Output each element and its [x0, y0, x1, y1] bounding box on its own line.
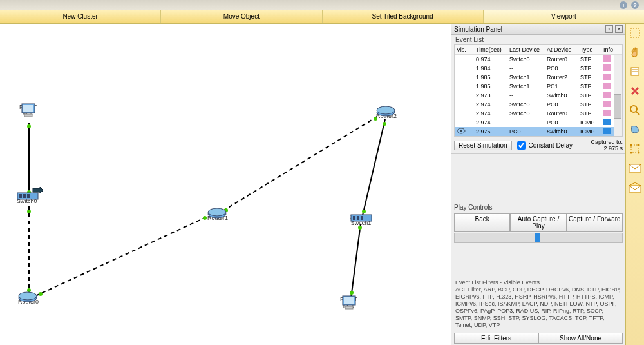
new-cluster-button[interactable]: New Cluster [0, 10, 161, 23]
svg-line-35 [636, 112, 639, 115]
title-bar: i ? [0, 0, 644, 10]
svg-line-5 [351, 224, 361, 298]
simulation-panel: Simulation Panel ▫ × Event List Vis. Tim… [451, 24, 625, 345]
set-tiled-background-button[interactable]: Set Tiled Background [323, 10, 484, 23]
reset-simulation-button[interactable]: Reset Simulation [454, 141, 512, 150]
svg-rect-12 [27, 194, 30, 198]
device-router2[interactable]: 1841Router2 [376, 105, 397, 119]
hand-tool-icon[interactable] [629, 46, 641, 59]
delete-tool-icon[interactable] [629, 84, 641, 97]
simulation-panel-title: Simulation Panel [454, 26, 502, 33]
svg-point-39 [630, 152, 632, 154]
svg-point-40 [638, 152, 640, 154]
play-speed-slider[interactable] [454, 233, 623, 243]
show-all-none-button[interactable]: Show All/None [538, 333, 623, 344]
zoom-tool-icon[interactable] [629, 104, 641, 117]
svg-rect-25 [345, 306, 353, 309]
svg-line-3 [223, 114, 381, 211]
svg-point-38 [638, 144, 640, 146]
event-list-label: Event List [451, 35, 625, 44]
svg-point-27 [460, 130, 462, 132]
event-row[interactable]: 2.974Switch0PC0STP [455, 100, 622, 109]
device-pc1[interactable]: PC-PTPC1 [340, 295, 357, 309]
event-list-scrollbar[interactable] [614, 55, 622, 136]
svg-rect-10 [19, 194, 22, 198]
event-row[interactable]: 1.984--PC0STP [455, 64, 622, 73]
event-row[interactable]: 1.985Switch1PC1STP [455, 82, 622, 91]
main-toolbar: New Cluster Move Object Set Tiled Backgr… [0, 10, 644, 24]
svg-rect-24 [344, 297, 354, 304]
svg-rect-36 [631, 145, 639, 153]
captured-to-display: Captured to:2.975 s [591, 139, 623, 152]
svg-line-4 [363, 119, 385, 215]
svg-point-37 [630, 144, 632, 146]
envelope-open-icon[interactable] [629, 181, 641, 194]
svg-rect-22 [361, 216, 363, 220]
event-row[interactable]: 2.973--Switch0STP [455, 91, 622, 100]
device-router1[interactable]: 1841Router1 [207, 207, 228, 221]
auto-capture-play-button[interactable]: Auto Capture / Play [510, 213, 566, 232]
svg-rect-20 [353, 216, 355, 220]
svg-rect-7 [23, 105, 33, 112]
resize-tool-icon[interactable] [629, 143, 641, 155]
play-controls-label: Play Controls [454, 202, 623, 212]
shape-tool-icon[interactable] [629, 123, 641, 136]
panel-close-icon[interactable]: × [615, 25, 623, 33]
svg-point-18 [377, 106, 395, 114]
event-row[interactable]: 1.985Switch1Router2STP [455, 73, 622, 82]
viewport-button[interactable]: Viewport [484, 10, 644, 23]
device-router0[interactable]: 1841Router0 [18, 291, 39, 305]
event-row[interactable]: 2.974Switch0Router0STP [455, 109, 622, 118]
svg-rect-11 [23, 194, 26, 198]
device-pc0[interactable]: PC-PTPC0 [19, 103, 37, 117]
svg-point-34 [630, 106, 637, 112]
event-row[interactable]: 2.974--PC0ICMP [455, 118, 622, 127]
constant-delay-checkbox[interactable] [517, 141, 526, 150]
select-tool-icon[interactable] [629, 26, 641, 39]
info-icon[interactable]: i [620, 1, 627, 9]
event-filters-label: Event List Filters - Visible Events [455, 279, 621, 286]
help-icon[interactable]: ? [631, 1, 639, 9]
svg-rect-8 [24, 114, 32, 117]
move-object-button[interactable]: Move Object [161, 10, 322, 23]
event-filters-list: ACL Filter, ARP, BGP, CDP, DHCP, DHCPv6,… [455, 286, 621, 329]
svg-point-16 [208, 208, 226, 216]
note-tool-icon[interactable] [629, 65, 641, 78]
device-switch1[interactable]: 2950-24Switch1 [350, 212, 372, 226]
event-list-table[interactable]: Vis. Time(sec) Last Device At Device Typ… [454, 44, 623, 137]
back-button[interactable]: Back [454, 213, 510, 232]
edit-filters-button[interactable]: Edit Filters [454, 333, 538, 344]
right-toolbar [625, 24, 644, 345]
capture-forward-button[interactable]: Capture / Forward [567, 213, 623, 232]
svg-line-2 [35, 215, 210, 296]
topology-canvas[interactable]: PC-PTPC0 2950Switch0 1841Router0 1841Rou… [0, 24, 451, 345]
event-row[interactable]: 0.974Switch0Router0STP [455, 55, 622, 64]
device-switch0[interactable]: 2950Switch0 [17, 190, 37, 204]
svg-point-14 [19, 292, 37, 300]
event-row[interactable]: 2.975PC0Switch0ICMP [455, 127, 622, 136]
svg-rect-28 [630, 28, 639, 37]
svg-rect-21 [357, 216, 359, 220]
panel-undock-icon[interactable]: ▫ [605, 25, 613, 33]
envelope-closed-icon[interactable] [629, 162, 641, 175]
